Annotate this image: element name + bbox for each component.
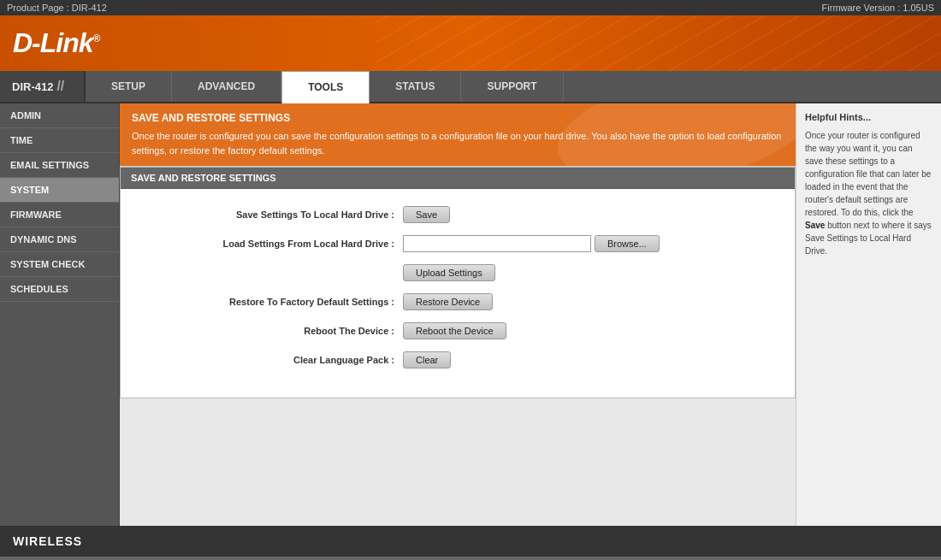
hints-text-before: Once your router is configured the way y… <box>805 131 931 217</box>
content-area: SAVE AND RESTORE SETTINGS Once the route… <box>120 103 796 526</box>
main-layout: ADMIN TIME EMAIL SETTINGS SYSTEM FIRMWAR… <box>0 103 941 526</box>
sidebar-item-time[interactable]: TIME <box>0 128 119 153</box>
file-input-group: Browse... <box>403 235 660 252</box>
footer-label: WIRELESS <box>13 534 82 548</box>
hints-title: Helpful Hints... <box>805 112 932 122</box>
settings-section: SAVE AND RESTORE SETTINGS Save Settings … <box>120 167 796 398</box>
hints-content: Once your router is configured the way y… <box>805 129 932 257</box>
sidebar-item-firmware[interactable]: FIRMWARE <box>0 203 119 227</box>
hints-bold: Save <box>805 221 825 230</box>
hints-panel: Helpful Hints... Once your router is con… <box>796 103 941 526</box>
nav-tabs: DIR-412 // SETUP ADVANCED TOOLS STATUS S… <box>0 71 941 103</box>
info-banner-description: Once the router is configured you can sa… <box>132 129 784 157</box>
reboot-device-label: Reboot The Device : <box>155 326 394 336</box>
save-to-local-row: Save Settings To Local Hard Drive : Save <box>155 206 760 223</box>
restore-factory-label: Restore To Factory Default Settings : <box>155 297 394 307</box>
load-from-local-row: Load Settings From Local Hard Drive : Br… <box>155 235 760 252</box>
sidebar-item-schedules[interactable]: SCHEDULES <box>0 277 119 302</box>
sidebar-item-system[interactable]: SYSTEM <box>0 178 119 203</box>
product-label: Product Page : DIR-412 <box>7 3 107 13</box>
header: D-Link® <box>0 15 941 71</box>
top-bar: Product Page : DIR-412 Firmware Version … <box>0 0 941 15</box>
firmware-label: Firmware Version : 1.05US <box>822 3 934 13</box>
upload-settings-button[interactable]: Upload Settings <box>403 264 495 281</box>
tab-support[interactable]: SUPPORT <box>461 71 563 102</box>
tab-tools[interactable]: TOOLS <box>281 71 370 103</box>
footer: WIRELESS <box>0 526 941 557</box>
nav-slashes: // <box>56 79 64 94</box>
browse-button[interactable]: Browse... <box>595 235 660 252</box>
save-to-local-label: Save Settings To Local Hard Drive : <box>155 209 394 220</box>
file-path-input[interactable] <box>403 235 591 252</box>
sidebar-item-system-check[interactable]: SYSTEM CHECK <box>0 252 119 277</box>
save-button[interactable]: Save <box>403 206 450 223</box>
sidebar-item-admin[interactable]: ADMIN <box>0 103 119 128</box>
hints-text-after: button next to where it says Save Settin… <box>805 221 932 256</box>
sidebar-item-dynamic-dns[interactable]: DYNAMIC DNS <box>0 227 119 252</box>
clear-language-label: Clear Language Pack : <box>155 355 394 365</box>
logo: D-Link® <box>13 27 99 59</box>
nav-dir-label: DIR-412 // <box>0 71 86 102</box>
sidebar: ADMIN TIME EMAIL SETTINGS SYSTEM FIRMWAR… <box>0 103 120 526</box>
settings-body: Save Settings To Local Hard Drive : Save… <box>121 189 795 398</box>
info-banner: SAVE AND RESTORE SETTINGS Once the route… <box>120 103 796 167</box>
info-banner-title: SAVE AND RESTORE SETTINGS <box>132 112 784 124</box>
reboot-device-button[interactable]: Reboot the Device <box>403 322 506 339</box>
reboot-device-row: Reboot The Device : Reboot the Device <box>155 322 760 339</box>
settings-section-title: SAVE AND RESTORE SETTINGS <box>121 168 795 189</box>
tab-advanced[interactable]: ADVANCED <box>172 71 281 102</box>
load-from-local-label: Load Settings From Local Hard Drive : <box>155 239 394 249</box>
clear-button[interactable]: Clear <box>403 351 451 368</box>
tab-status[interactable]: STATUS <box>370 71 461 102</box>
clear-language-row: Clear Language Pack : Clear <box>155 351 760 368</box>
restore-factory-row: Restore To Factory Default Settings : Re… <box>155 293 760 310</box>
upload-settings-row: Upload Settings <box>155 264 760 281</box>
restore-device-button[interactable]: Restore Device <box>403 293 493 310</box>
sidebar-item-email-settings[interactable]: EMAIL SETTINGS <box>0 153 119 178</box>
tab-setup[interactable]: SETUP <box>86 71 172 102</box>
